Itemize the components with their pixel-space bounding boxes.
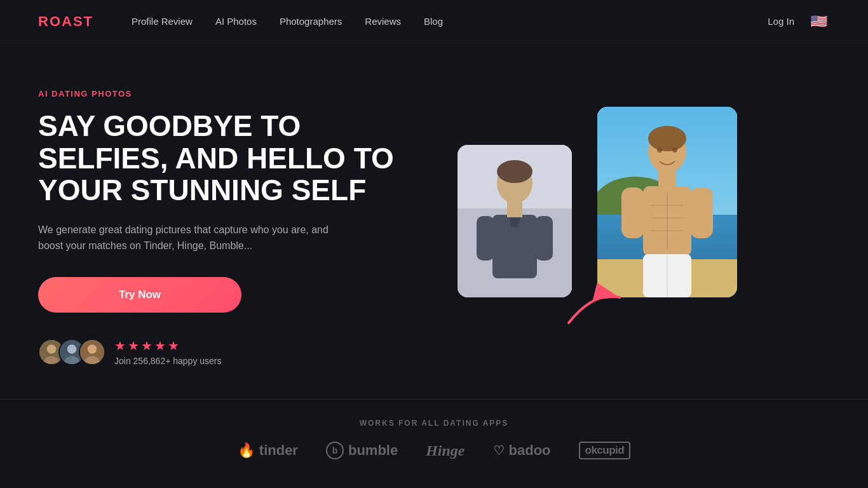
- happy-users-text: Join 256,862+ happy users: [114, 356, 222, 366]
- after-photo: [597, 107, 737, 297]
- tinder-logo: 🔥 tinder: [238, 442, 298, 459]
- tinder-label: tinder: [259, 442, 298, 459]
- hero-title: SAY GOODBYE TO SELFIES, AND HELLO TO YOU…: [38, 110, 432, 207]
- try-now-button[interactable]: Try Now: [38, 277, 241, 313]
- star-1: ★: [114, 338, 126, 353]
- before-photo: [458, 145, 572, 297]
- star-rating: ★ ★ ★ ★ ★: [114, 338, 222, 353]
- navbar: ROAST Profile Review AI Photos Photograp…: [0, 0, 868, 43]
- hero-images: [458, 107, 737, 348]
- svg-point-7: [88, 344, 97, 353]
- dating-apps-section: WORKS FOR ALL DATING APPS 🔥 tinder b bum…: [0, 399, 868, 485]
- nav-link-blog[interactable]: Blog: [424, 16, 443, 27]
- nav-link-ai-photos[interactable]: AI Photos: [215, 16, 257, 27]
- nav-link-reviews[interactable]: Reviews: [365, 16, 401, 27]
- bumble-logo: b bumble: [326, 442, 398, 459]
- svg-point-38: [672, 147, 677, 152]
- hinge-logo: Hinge: [426, 442, 465, 459]
- star-5: ★: [168, 338, 179, 353]
- svg-rect-27: [658, 170, 676, 188]
- svg-rect-34: [690, 187, 713, 238]
- login-button[interactable]: Log In: [768, 16, 794, 27]
- star-4: ★: [154, 338, 166, 353]
- app-logos: 🔥 tinder b bumble Hinge ♡ badoo okcupid: [38, 442, 830, 459]
- svg-rect-19: [458, 145, 572, 297]
- stars-section: ★ ★ ★ ★ ★ Join 256,862+ happy users: [114, 338, 222, 366]
- nav-link-photographers[interactable]: Photographers: [280, 16, 342, 27]
- bumble-icon: b: [326, 442, 344, 459]
- okcupid-label: okcupid: [579, 442, 631, 459]
- badoo-heart-icon: ♡: [493, 443, 505, 458]
- avatar-3: [79, 339, 105, 365]
- svg-point-1: [47, 344, 56, 353]
- works-for-label: WORKS FOR ALL DATING APPS: [38, 419, 830, 428]
- avatar-group: [38, 339, 105, 365]
- brand-logo[interactable]: ROAST: [38, 13, 93, 30]
- nav-links: Profile Review AI Photos Photographers R…: [132, 16, 768, 27]
- badoo-label: badoo: [509, 442, 551, 459]
- hero-section: AI DATING PHOTOS SAY GOODBYE TO SELFIES,…: [0, 43, 868, 399]
- social-proof: ★ ★ ★ ★ ★ Join 256,862+ happy users: [38, 338, 432, 366]
- before-after-arrow: [556, 278, 632, 329]
- svg-point-26: [648, 126, 686, 151]
- language-flag[interactable]: 🇺🇸: [807, 10, 830, 33]
- svg-point-37: [657, 147, 662, 152]
- nav-link-profile-review[interactable]: Profile Review: [132, 16, 193, 27]
- badoo-logo: ♡ badoo: [493, 442, 551, 459]
- hero-subtitle: We generate great dating pictures that c…: [38, 222, 343, 254]
- hinge-label: Hinge: [426, 442, 465, 459]
- star-2: ★: [128, 338, 139, 353]
- bumble-label: bumble: [348, 442, 398, 459]
- nav-right: Log In 🇺🇸: [768, 10, 830, 33]
- hero-tag: AI DATING PHOTOS: [38, 89, 432, 98]
- svg-rect-33: [621, 187, 644, 238]
- hero-content: AI DATING PHOTOS SAY GOODBYE TO SELFIES,…: [38, 89, 432, 366]
- star-3: ★: [141, 338, 153, 353]
- svg-point-4: [67, 344, 76, 353]
- okcupid-logo: okcupid: [579, 442, 631, 459]
- tinder-flame-icon: 🔥: [238, 442, 255, 459]
